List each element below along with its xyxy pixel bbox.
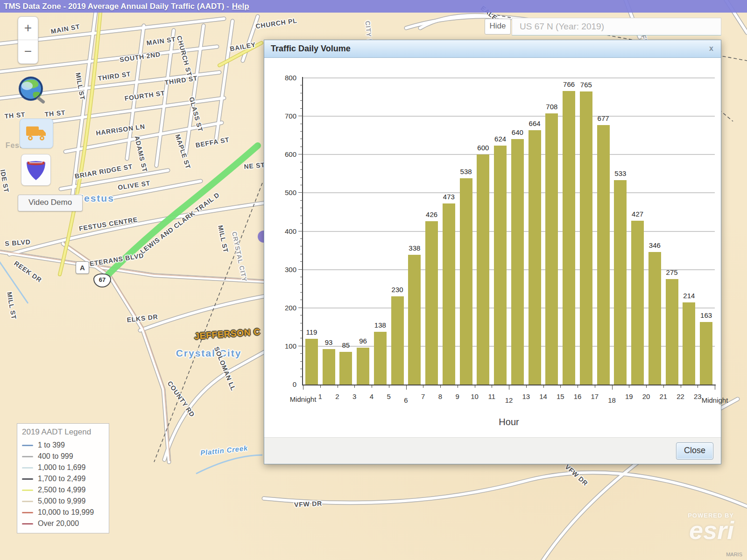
y-axis-tick (300, 369, 303, 369)
gridline (303, 116, 715, 117)
bar-value-label: 708 (546, 103, 557, 111)
y-axis-tick (300, 139, 303, 139)
dialog-title-bar[interactable]: Traffic Daily Volume x (264, 40, 721, 58)
legend-label: 10,000 to 19,999 (38, 508, 94, 517)
bar-value-label: 677 (598, 114, 609, 122)
bar-hour-20 (648, 252, 661, 385)
truck-icon (26, 126, 47, 141)
selected-route-highlight[interactable] (108, 146, 258, 274)
globe-search-tool-button[interactable] (15, 74, 50, 109)
bar-value-label: 538 (460, 168, 472, 175)
y-axis-tick (300, 93, 303, 93)
gridline (303, 192, 715, 193)
bar-value-label: 96 (359, 337, 367, 345)
esri-logo: esri (688, 519, 734, 541)
zoom-in-button[interactable]: + (18, 17, 38, 40)
x-axis-tick-label: 17 (591, 392, 599, 400)
zoom-out-button[interactable]: − (18, 40, 38, 63)
y-axis-tick-label: 100 (269, 342, 296, 350)
y-axis-tick (300, 292, 303, 293)
bar-value-label: 230 (392, 286, 403, 294)
x-axis-tick (646, 385, 647, 388)
legend-label: 1 to 399 (38, 441, 65, 449)
map-zoom-control: + − (18, 16, 38, 64)
bar-value-label: 426 (426, 210, 437, 218)
y-axis-tick (300, 177, 303, 178)
y-axis-tick (300, 200, 303, 201)
interstate-lookup-button[interactable] (21, 154, 51, 186)
y-axis-tick (298, 346, 303, 346)
bar-hour-23 (700, 322, 712, 385)
legend-title: 2019 AADT Legend (22, 427, 105, 437)
help-link[interactable]: Help (232, 2, 249, 11)
bar-value-label: 766 (563, 80, 575, 88)
y-axis-tick (300, 277, 303, 277)
y-axis-tick (300, 216, 303, 216)
x-axis-tick-label: 12 (505, 396, 513, 404)
x-axis-tick-label: 4 (370, 392, 374, 400)
bar-value-label: 346 (649, 241, 661, 249)
x-axis-tick (698, 385, 698, 388)
dialog-close-icon[interactable]: x (709, 44, 713, 53)
bar-hour-5 (391, 296, 404, 385)
y-axis-tick (298, 231, 303, 231)
map-attribution: MARIS (726, 552, 742, 557)
y-axis-tick (300, 353, 303, 354)
bar-chart-plot: Hour 01002003004005006007008001199385961… (303, 78, 715, 385)
x-axis-tick-label: 9 (456, 392, 459, 400)
x-axis-tick (389, 385, 389, 388)
bar-value-label: 338 (409, 244, 420, 252)
close-button[interactable]: Close (676, 442, 713, 460)
legend-item: 5,000 to 9,999 (21, 496, 105, 507)
y-axis-tick (300, 238, 303, 239)
bar-hour-13 (529, 130, 541, 385)
bar-hour-9 (460, 178, 472, 385)
truck-routes-button[interactable] (20, 119, 53, 148)
x-axis-tick-label: 21 (659, 392, 667, 400)
video-demo-button[interactable]: Video Demo (18, 195, 83, 211)
route-search-input[interactable] (512, 18, 721, 35)
y-axis-tick (300, 377, 303, 377)
bar-hour-17 (597, 125, 610, 385)
y-axis-tick (300, 100, 303, 101)
x-axis-tick-label: 2 (335, 392, 339, 400)
hide-button[interactable]: Hide (485, 19, 511, 35)
bar-value-label: 624 (494, 135, 506, 143)
bar-hour-21 (666, 279, 678, 385)
y-axis-tick (298, 269, 303, 270)
x-axis-tick-label: 13 (522, 392, 530, 400)
legend-swatch (22, 501, 33, 502)
gridline (303, 231, 715, 232)
x-axis-tick (681, 385, 681, 388)
route-endpoint-a-marker[interactable]: A (76, 261, 89, 274)
legend-label: 400 to 999 (38, 452, 73, 461)
app-title: TMS Data Zone - 2019 Average Annual Dail… (4, 2, 229, 11)
legend-swatch (22, 456, 33, 457)
x-axis-tick-label: 15 (557, 392, 564, 400)
x-axis-tick-label: Midnight (290, 395, 317, 403)
y-axis-tick (300, 108, 303, 109)
y-axis-tick (300, 338, 303, 338)
legend-swatch (22, 490, 33, 491)
x-axis-tick-label: 7 (421, 392, 425, 400)
bar-hour-1 (323, 349, 335, 385)
bar-value-label: 119 (306, 328, 317, 336)
legend-swatch (22, 478, 33, 480)
y-axis-tick (300, 131, 303, 132)
x-axis-tick (612, 385, 613, 390)
x-axis-tick (509, 385, 509, 390)
bar-hour-12 (511, 139, 524, 385)
x-axis-tick (475, 385, 475, 388)
bar-value-label: 600 (477, 144, 489, 152)
y-axis-tick (300, 185, 303, 185)
x-axis-tick-label: 6 (404, 396, 408, 404)
x-axis-tick (303, 385, 303, 390)
bar-value-label: 473 (443, 193, 455, 201)
legend-label: 1,700 to 2,499 (38, 475, 85, 483)
y-axis-tick (300, 124, 303, 124)
x-axis-tick-label: 1 (318, 392, 322, 400)
legend-label: 2,500 to 4,999 (38, 486, 85, 494)
legend-swatch (22, 512, 33, 513)
x-axis-tick (595, 385, 595, 388)
legend-label: 1,000 to 1,699 (38, 463, 85, 472)
